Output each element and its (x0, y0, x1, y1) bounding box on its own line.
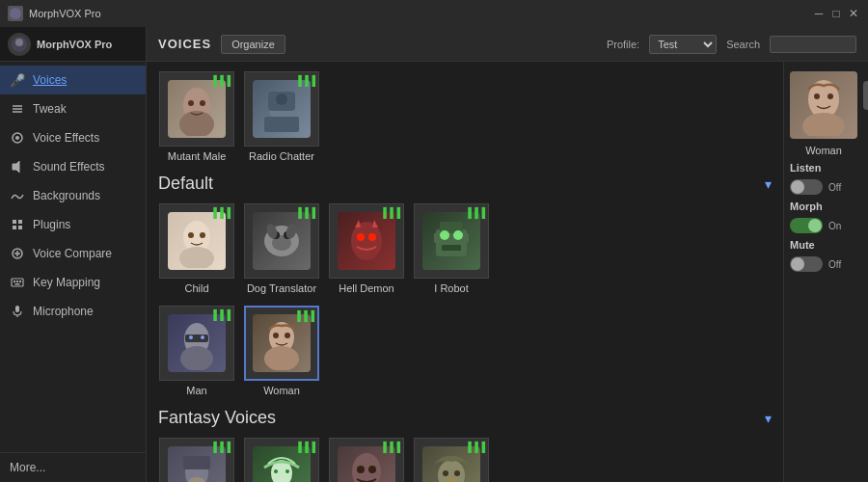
sidebar-item-plugins[interactable]: Plugins (0, 210, 146, 239)
svg-point-77 (802, 113, 845, 136)
svg-point-45 (440, 230, 449, 240)
default-collapse-button[interactable]: ▾ (765, 176, 772, 192)
svg-rect-15 (16, 281, 18, 282)
avatar-hell-demon (338, 212, 395, 270)
svg-point-4 (15, 136, 19, 140)
signal-icon-hell-demon: ▐▐▐ (380, 207, 400, 218)
voice-label-woman: Woman (263, 385, 300, 396)
app-title: MorphVOX Pro (29, 8, 812, 19)
sidebar-item-microphone[interactable]: Microphone (0, 297, 146, 326)
mute-toggle-knob (791, 257, 804, 271)
svg-point-70 (368, 466, 376, 473)
morph-label: Morph (790, 201, 857, 212)
mute-label: Mute (790, 239, 857, 251)
voice-card-i-robot[interactable]: ▐▐▐ I Robot (413, 203, 490, 294)
svg-rect-7 (18, 220, 22, 224)
sidebar-label-sound-effects: Sound Effects (33, 160, 105, 174)
svg-rect-9 (18, 226, 22, 229)
signal-icon-dwarf: ▐▐▐ (210, 442, 231, 452)
sidebar-item-key-mapping[interactable]: Key Mapping (0, 268, 146, 297)
logo-text: MorphVOX Pro (37, 39, 112, 50)
right-panel-inner: Woman Listen Off Morph (790, 71, 862, 272)
svg-point-58 (285, 333, 290, 338)
svg-rect-18 (15, 306, 19, 312)
svg-point-67 (352, 453, 381, 482)
window-controls: ─ □ ✕ (812, 7, 860, 20)
svg-rect-48 (434, 233, 438, 243)
svg-point-56 (264, 346, 299, 370)
listen-toggle[interactable] (790, 179, 823, 195)
voice-card-hell-demon[interactable]: ▐▐▐ Hell Demon (328, 203, 405, 294)
voice-card-radio-chatter[interactable]: ▐▐▐ Radio Chatter (243, 71, 320, 162)
sidebar-label-tweak: Tweak (33, 102, 67, 116)
voices-content: ▐▐▐ Mutant Male ▐▐▐ Radio Chatter (147, 62, 868, 482)
svg-point-65 (274, 469, 278, 473)
voice-card-nasty-gnome[interactable]: ▐▐▐ Nasty Gnome (413, 438, 490, 482)
default-grid-row2: ▐▐▐ Man ▐▐▐ Woman (158, 306, 772, 396)
sidebar-item-voice-compare[interactable]: Voice Compare (0, 239, 146, 268)
svg-point-53 (189, 335, 193, 339)
sidebar-label-plugins: Plugins (33, 218, 70, 231)
avatar-mutant-male (168, 80, 226, 138)
sidebar-item-sound-effects[interactable]: Sound Effects (0, 152, 146, 181)
voice-card-man[interactable]: ▐▐▐ Man (158, 306, 235, 396)
morph-state: On (828, 221, 841, 231)
sidebar-label-backgrounds: Backgrounds (33, 189, 100, 202)
sidebar-label-microphone: Microphone (33, 305, 94, 318)
voice-label-i-robot: I Robot (434, 282, 468, 294)
voice-card-child[interactable]: ▐▐▐ Child (158, 203, 235, 294)
sidebar-label-key-mapping: Key Mapping (33, 276, 100, 289)
svg-point-31 (200, 232, 205, 238)
sidebar-more-button[interactable]: More... (0, 452, 146, 482)
voice-card-img-man: ▐▐▐ (159, 306, 234, 381)
signal-icon-nasty-gnome: ▐▐▐ (465, 442, 485, 452)
voice-card-woman[interactable]: ▐▐▐ Woman (243, 306, 320, 396)
mute-toggle[interactable] (790, 256, 823, 272)
signal-icon-female-pixie: ▐▐▐ (295, 442, 315, 452)
sidebar: MorphVOX Pro 🎤 Voices Tweak Voice Effect… (0, 27, 147, 482)
sidebar-item-backgrounds[interactable]: Backgrounds (0, 181, 146, 210)
voice-card-dwarf[interactable]: ▐▐▐ Dwarf (158, 438, 235, 482)
microphone-icon (10, 304, 25, 319)
voice-card-giant[interactable]: ▐▐▐ Giant (328, 438, 405, 482)
morph-toggle[interactable] (790, 218, 823, 233)
search-label: Search (726, 39, 760, 50)
listen-control: Listen Off (790, 162, 857, 195)
signal-icon-giant: ▐▐▐ (380, 442, 400, 452)
right-panel: Woman Listen Off Morph (783, 62, 868, 482)
voice-card-img-dwarf: ▐▐▐ (159, 438, 234, 482)
morph-toggle-row: On (790, 218, 857, 233)
sidebar-logo: MorphVOX Pro (0, 27, 146, 62)
voice-card-female-pixie[interactable]: ▐▐▐ Female Pixie (243, 438, 320, 482)
default-grid: ▐▐▐ Child ▐▐▐ Dog Translator (158, 203, 772, 294)
svg-marker-5 (13, 161, 19, 173)
voice-card-dog-translator[interactable]: ▐▐▐ Dog Translator (243, 203, 320, 294)
minimize-button[interactable]: ─ (812, 7, 826, 20)
svg-point-69 (357, 466, 365, 473)
svg-point-51 (180, 346, 213, 370)
voices-scroll-area: ▐▐▐ Mutant Male ▐▐▐ Radio Chatter (147, 62, 783, 482)
voice-label-child: Child (184, 282, 208, 294)
sidebar-item-voice-effects[interactable]: Voice Effects (0, 123, 146, 152)
organize-button[interactable]: Organize (221, 35, 285, 54)
close-button[interactable]: ✕ (847, 7, 860, 20)
panel-scrollbar-thumb (863, 81, 868, 110)
profile-select[interactable]: Test (649, 35, 717, 54)
app-icon (8, 6, 23, 21)
svg-rect-14 (14, 281, 15, 282)
fantasy-section-header: Fantasy Voices ▾ (158, 408, 772, 428)
fantasy-section-title: Fantasy Voices (158, 408, 276, 428)
search-input[interactable] (770, 36, 856, 53)
sidebar-item-tweak[interactable]: Tweak (0, 94, 146, 123)
maximize-button[interactable]: □ (829, 7, 843, 20)
svg-point-2 (15, 39, 23, 46)
panel-selected-name: Woman (790, 145, 857, 156)
sidebar-item-voices[interactable]: 🎤 Voices (0, 66, 146, 94)
avatar-dog-translator (253, 212, 311, 270)
voice-card-img-radio-chatter: ▐▐▐ (244, 71, 319, 147)
mute-toggle-row: Off (790, 256, 857, 272)
svg-point-0 (10, 8, 21, 19)
fantasy-collapse-button[interactable]: ▾ (765, 411, 772, 426)
morph-control: Morph On (790, 201, 857, 233)
voice-card-mutant-male[interactable]: ▐▐▐ Mutant Male (158, 71, 235, 162)
